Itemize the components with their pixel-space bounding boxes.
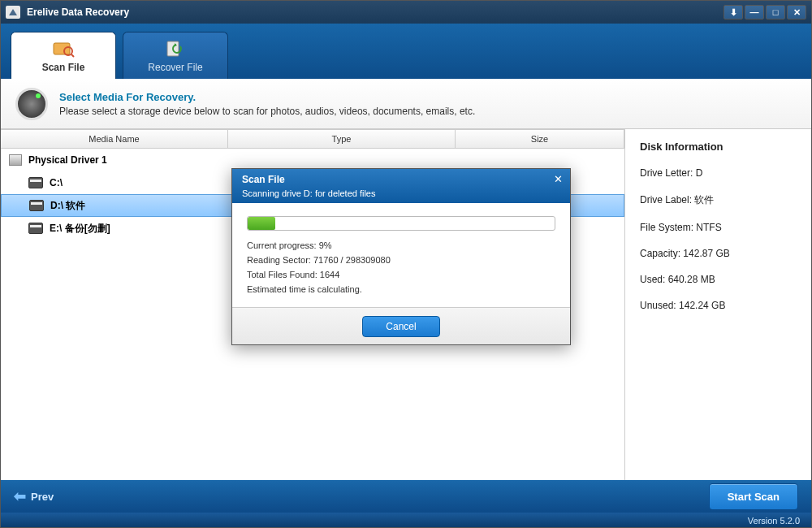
- dialog-close-button[interactable]: ✕: [551, 172, 565, 185]
- dialog-footer: Cancel: [232, 307, 570, 344]
- progress-bar: [247, 216, 555, 231]
- disk-used-row: Used: 640.28 MB: [640, 274, 797, 285]
- tree-drive-d-label: D:\ 软件: [50, 199, 85, 213]
- disk-info-pane: Disk Information Drive Letter: D Drive L…: [624, 129, 811, 480]
- info-title: Select Media For Recovery.: [59, 91, 475, 103]
- prev-arrow-icon: ⬅: [14, 487, 26, 505]
- maximize-button[interactable]: □: [766, 5, 785, 19]
- progress-eta: Estimated time is calculating.: [247, 284, 555, 294]
- disk-unused-row: Unused: 142.24 GB: [640, 300, 797, 311]
- info-desc: Please select a storage device below to …: [59, 106, 475, 117]
- drive-icon: [28, 177, 43, 188]
- progress-fill: [248, 217, 275, 230]
- scan-progress-dialog: Scan File Scanning drive D: for deleted …: [231, 168, 571, 345]
- cancel-button[interactable]: Cancel: [362, 316, 439, 337]
- disk-fs-row: File System: NTFS: [640, 222, 797, 233]
- prev-button[interactable]: ⬅ Prev: [14, 487, 54, 505]
- hdd-icon: [9, 154, 22, 166]
- bottom-bar: ⬅ Prev Start Scan: [1, 480, 811, 513]
- download-button[interactable]: ⬇: [723, 5, 743, 19]
- titlebar: Erelive Data Recovery ⬇ — □ ✕: [1, 1, 811, 24]
- svg-rect-0: [54, 43, 70, 54]
- dialog-title-text: Scan File: [242, 174, 560, 185]
- tree-root-label: Physical Driver 1: [28, 154, 107, 166]
- dialog-body: Current progress: 9% Reading Sector: 717…: [232, 203, 570, 307]
- tab-recover-label: Recover File: [148, 62, 202, 73]
- table-header: Media Name Type Size: [1, 129, 624, 149]
- disk-label-row: Drive Label: 软件: [640, 193, 797, 207]
- tab-scan-label: Scan File: [42, 62, 85, 73]
- col-size[interactable]: Size: [456, 130, 624, 148]
- drive-icon: [29, 200, 44, 211]
- minimize-button[interactable]: —: [745, 5, 764, 19]
- tab-bar: Scan File Recover File: [1, 24, 811, 79]
- progress-sector: Reading Sector: 71760 / 298309080: [247, 255, 555, 265]
- media-scan-icon: [15, 88, 48, 120]
- tab-scan-file[interactable]: Scan File: [11, 32, 116, 79]
- progress-files: Total Files Found: 1644: [247, 270, 555, 279]
- col-type[interactable]: Type: [228, 130, 456, 148]
- prev-label: Prev: [31, 491, 54, 503]
- tab-recover-file[interactable]: Recover File: [123, 32, 228, 79]
- progress-current: Current progress: 9%: [247, 240, 555, 250]
- app-logo-icon: [6, 6, 20, 19]
- close-button[interactable]: ✕: [787, 5, 806, 19]
- drive-icon: [28, 223, 43, 234]
- scan-file-icon: [52, 39, 75, 58]
- info-strip: Select Media For Recovery. Please select…: [1, 79, 811, 129]
- disk-cap-row: Capacity: 142.87 GB: [640, 248, 797, 259]
- col-media-name[interactable]: Media Name: [1, 130, 228, 148]
- disk-info-heading: Disk Information: [640, 141, 797, 153]
- disk-letter-row: Drive Letter: D: [640, 167, 797, 179]
- tree-drive-e-label: E:\ 备份[勿删]: [50, 222, 110, 236]
- dialog-subtitle: Scanning drive D: for deleted files: [242, 188, 560, 198]
- app-title: Erelive Data Recovery: [27, 6, 129, 18]
- version-bar: Version 5.2.0: [1, 513, 811, 528]
- version-label: Version 5.2.0: [748, 516, 800, 526]
- tree-drive-c-label: C:\: [50, 177, 63, 188]
- recover-file-icon: [164, 39, 187, 58]
- svg-line-2: [71, 54, 74, 57]
- start-scan-button[interactable]: Start Scan: [709, 483, 798, 510]
- dialog-titlebar: Scan File Scanning drive D: for deleted …: [232, 169, 570, 203]
